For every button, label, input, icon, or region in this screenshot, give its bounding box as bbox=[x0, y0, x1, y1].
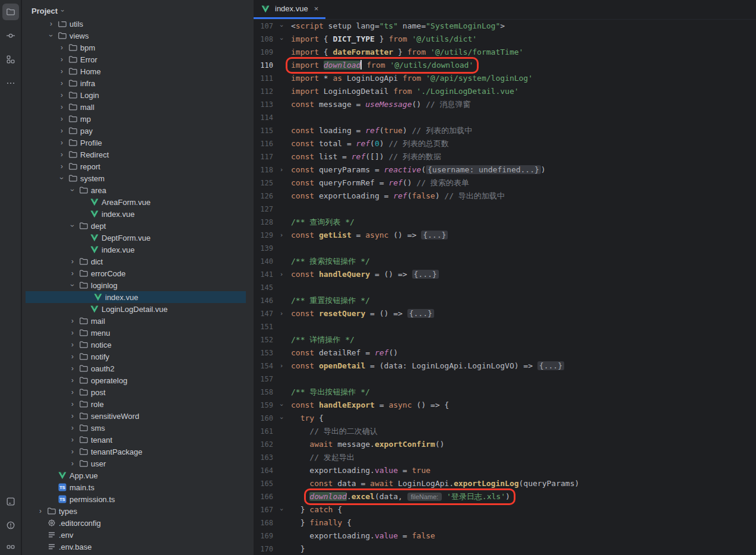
code-line-116[interactable]: 116const total = ref(0) // 列表的总页数 bbox=[254, 137, 756, 150]
code-line-117[interactable]: 117const list = ref([]) // 列表的数据 bbox=[254, 150, 756, 163]
fold-collapsed-icon[interactable]: › bbox=[277, 307, 286, 320]
chevron-down-icon[interactable]: › bbox=[46, 31, 56, 40]
line-number[interactable]: 118 bbox=[254, 163, 277, 176]
tree-item-index-vue[interactable]: index.vue bbox=[26, 291, 246, 303]
chevron-right-icon[interactable]: › bbox=[56, 67, 67, 75]
line-number[interactable]: 151 bbox=[254, 320, 277, 333]
line-number[interactable]: 129 bbox=[254, 229, 277, 242]
folded-region[interactable]: {username: undefined...} bbox=[426, 165, 541, 174]
tree-item-errorcode[interactable]: ›errorCode bbox=[22, 267, 254, 279]
tree-item-types[interactable]: ›types bbox=[22, 505, 254, 517]
line-number[interactable]: 162 bbox=[254, 438, 277, 451]
code-line-113[interactable]: 113const message = useMessage() // 消息弹窗 bbox=[254, 98, 756, 111]
code-line-127[interactable]: 127 bbox=[254, 203, 756, 216]
line-number[interactable]: 161 bbox=[254, 425, 277, 438]
tree-item-notice[interactable]: ›notice bbox=[22, 339, 254, 351]
chevron-right-icon[interactable]: › bbox=[67, 364, 78, 373]
tree-item-loginlogdetail-vue[interactable]: LoginLogDetail.vue bbox=[22, 303, 254, 315]
line-number[interactable]: 113 bbox=[254, 98, 277, 111]
tree-item-app-vue[interactable]: App.vue bbox=[22, 469, 254, 481]
tree-item-mall[interactable]: ›mall bbox=[22, 101, 254, 113]
line-number[interactable]: 166 bbox=[254, 490, 277, 503]
tree-item-notify[interactable]: ›notify bbox=[22, 351, 254, 362]
chevron-right-icon[interactable]: › bbox=[35, 507, 46, 515]
code-line-107[interactable]: 107›<script setup lang="ts" name="System… bbox=[254, 20, 756, 33]
line-number[interactable]: 109 bbox=[254, 46, 277, 59]
code-line-166[interactable]: 166 download.excel(data, fileName: '登录日志… bbox=[254, 490, 756, 503]
chevron-down-icon[interactable]: › bbox=[67, 281, 78, 289]
tree-item-mp[interactable]: ›mp bbox=[22, 113, 254, 125]
code-line-147[interactable]: 147›const resetQuery = () => {...} bbox=[254, 307, 756, 320]
chevron-right-icon[interactable]: › bbox=[67, 317, 78, 325]
tree-item-index-vue[interactable]: index.vue bbox=[22, 244, 254, 256]
tree-item-oauth2[interactable]: ›oauth2 bbox=[22, 362, 254, 374]
code-line-145[interactable]: 145 bbox=[254, 281, 756, 294]
tree-item-home[interactable]: ›Home bbox=[22, 65, 254, 77]
chevron-right-icon[interactable]: › bbox=[56, 150, 67, 159]
code-line-114[interactable]: 114 bbox=[254, 111, 756, 124]
code-line-141[interactable]: 141›const handleQuery = () => {...} bbox=[254, 268, 756, 281]
code-line-167[interactable]: 167› } catch { bbox=[254, 503, 756, 516]
line-number[interactable]: 108 bbox=[254, 33, 277, 46]
code-line-118[interactable]: 118›const queryParams = reactive({userna… bbox=[254, 163, 756, 176]
tree-item-menu[interactable]: ›menu bbox=[22, 327, 254, 339]
tree-item-post[interactable]: ›post bbox=[22, 386, 254, 398]
line-number[interactable]: 145 bbox=[254, 281, 277, 294]
code-line-153[interactable]: 153const detailRef = ref() bbox=[254, 346, 756, 360]
fold-expanded-icon[interactable]: › bbox=[277, 399, 286, 412]
code-line-161[interactable]: 161 // 导出的二次确认 bbox=[254, 425, 756, 438]
code-line-108[interactable]: 108›import { DICT_TYPE } from '@/utils/d… bbox=[254, 33, 756, 46]
chevron-right-icon[interactable]: › bbox=[67, 447, 78, 456]
code-line-158[interactable]: 158/** 导出按钮操作 */ bbox=[254, 386, 756, 399]
chevron-down-icon[interactable]: › bbox=[67, 222, 78, 230]
tree-item-system[interactable]: ›system bbox=[22, 172, 254, 184]
chevron-right-icon[interactable]: › bbox=[67, 340, 78, 349]
code-line-160[interactable]: 160› try { bbox=[254, 412, 756, 425]
code-line-110[interactable]: 110import download from '@/utils/downloa… bbox=[254, 59, 756, 72]
line-number[interactable]: 117 bbox=[254, 150, 277, 163]
fold-expanded-icon[interactable]: › bbox=[277, 33, 286, 46]
code-line-125[interactable]: 125const queryFormRef = ref() // 搜索的表单 bbox=[254, 176, 756, 190]
tree-item-pay[interactable]: ›pay bbox=[22, 125, 254, 137]
tab-index-vue[interactable]: index.vue × bbox=[254, 0, 325, 19]
tree-item-area[interactable]: ›area bbox=[22, 184, 254, 196]
folded-region[interactable]: {...} bbox=[537, 361, 564, 370]
tree-item-tenantpackage[interactable]: ›tenantPackage bbox=[22, 446, 254, 458]
tree-item-mail[interactable]: ›mail bbox=[22, 315, 254, 327]
tree-item-login[interactable]: ›Login bbox=[22, 89, 254, 101]
line-number[interactable]: 168 bbox=[254, 516, 277, 529]
code-line-129[interactable]: 129›const getList = async () => {...} bbox=[254, 229, 756, 242]
tree-item-dict[interactable]: ›dict bbox=[22, 256, 254, 267]
more-icon[interactable] bbox=[2, 75, 19, 92]
fold-expanded-icon[interactable]: › bbox=[277, 412, 286, 425]
code-line-128[interactable]: 128/** 查询列表 */ bbox=[254, 216, 756, 229]
code-line-146[interactable]: 146/** 重置按钮操作 */ bbox=[254, 294, 756, 307]
tree-item-main-ts[interactable]: TSmain.ts bbox=[22, 481, 254, 493]
line-number[interactable]: 165 bbox=[254, 477, 277, 490]
tree-item-areaform-vue[interactable]: AreaForm.vue bbox=[22, 196, 254, 208]
line-number[interactable]: 152 bbox=[254, 333, 277, 346]
line-number[interactable]: 114 bbox=[254, 111, 277, 124]
tree-item-bpm[interactable]: ›bpm bbox=[22, 42, 254, 53]
chevron-right-icon[interactable]: › bbox=[56, 91, 67, 99]
tree-item-views[interactable]: ›views bbox=[22, 30, 254, 42]
line-number[interactable]: 147 bbox=[254, 307, 277, 320]
chevron-right-icon[interactable]: › bbox=[56, 55, 67, 64]
project-folder-icon[interactable] bbox=[2, 4, 19, 20]
commit-icon[interactable] bbox=[2, 27, 19, 44]
chevron-right-icon[interactable]: › bbox=[56, 162, 67, 171]
folded-region[interactable]: {...} bbox=[421, 231, 448, 239]
line-number[interactable]: 139 bbox=[254, 242, 277, 255]
tree-item--editorconfig[interactable]: .editorconfig bbox=[22, 517, 254, 529]
line-number[interactable]: 169 bbox=[254, 529, 277, 543]
close-icon[interactable]: × bbox=[314, 4, 319, 13]
tree-item--env[interactable]: .env bbox=[22, 529, 254, 541]
tree-item-role[interactable]: ›role bbox=[22, 398, 254, 410]
line-number[interactable]: 112 bbox=[254, 85, 277, 98]
line-number[interactable]: 141 bbox=[254, 268, 277, 281]
code-line-115[interactable]: 115const loading = ref(true) // 列表的加载中 bbox=[254, 124, 756, 137]
chevron-right-icon[interactable]: › bbox=[67, 400, 78, 408]
tree-item-deptform-vue[interactable]: DeptForm.vue bbox=[22, 232, 254, 244]
chevron-right-icon[interactable]: › bbox=[46, 21, 56, 28]
tree-item-utils[interactable]: ›utils bbox=[22, 21, 254, 30]
